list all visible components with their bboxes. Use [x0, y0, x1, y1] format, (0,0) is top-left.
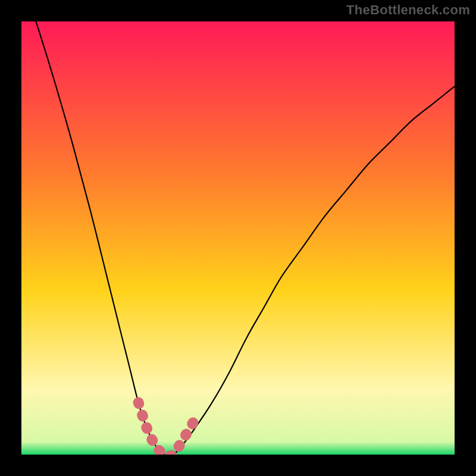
- bottleneck-chart: [21, 21, 455, 455]
- attribution-text: TheBottleneck.com: [346, 2, 470, 18]
- chart-frame: { "attribution": "TheBottleneck.com", "c…: [0, 0, 476, 476]
- plot-area: [21, 21, 455, 455]
- gradient-background: [21, 21, 455, 455]
